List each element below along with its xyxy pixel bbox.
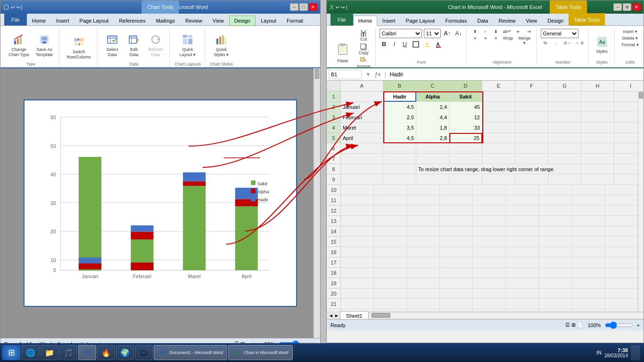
cell-f2[interactable] bbox=[515, 102, 548, 112]
cell-f16[interactable] bbox=[506, 247, 539, 257]
cell-c16[interactable] bbox=[407, 247, 440, 257]
row-header-8[interactable]: 8 bbox=[327, 164, 340, 174]
cell-b5[interactable]: 4,5 bbox=[383, 133, 416, 143]
cell-i7[interactable] bbox=[614, 154, 638, 164]
cell-f1[interactable] bbox=[515, 91, 548, 102]
col-header-d[interactable]: D bbox=[449, 81, 482, 91]
row-header-21[interactable]: 21 bbox=[327, 299, 340, 309]
cell-f4[interactable] bbox=[515, 123, 548, 133]
cell-a17[interactable] bbox=[341, 257, 374, 268]
cell-h10[interactable] bbox=[572, 185, 605, 195]
cell-h2[interactable] bbox=[581, 102, 614, 112]
cell-b20[interactable] bbox=[374, 288, 407, 299]
cell-a20[interactable] bbox=[341, 288, 374, 299]
cell-h18[interactable] bbox=[572, 268, 605, 278]
col-header-c[interactable]: C bbox=[416, 81, 449, 91]
cell-g21[interactable] bbox=[539, 299, 572, 309]
taskbar-word[interactable]: W bbox=[78, 345, 96, 360]
format-painter-btn[interactable]: Format Painter bbox=[355, 56, 372, 68]
cell-i4[interactable] bbox=[614, 123, 638, 133]
cell-e4[interactable] bbox=[482, 123, 515, 133]
cell-h17[interactable] bbox=[572, 257, 605, 268]
row-header-20[interactable]: 20 bbox=[327, 288, 340, 299]
cell-h7[interactable] bbox=[581, 154, 614, 164]
border-btn[interactable] bbox=[411, 40, 421, 49]
select-data-btn[interactable]: SelectData bbox=[102, 32, 122, 59]
fill-color-btn[interactable] bbox=[422, 40, 432, 49]
cell-e7[interactable] bbox=[482, 154, 515, 164]
excel-tab-file[interactable]: File bbox=[330, 13, 353, 25]
cell-d4[interactable]: 33 bbox=[449, 123, 482, 133]
increase-decimal-btn[interactable]: .0→ bbox=[561, 39, 573, 47]
cell-e18[interactable] bbox=[473, 268, 506, 278]
excel-zoom-slider[interactable] bbox=[605, 321, 633, 329]
cell-b6[interactable] bbox=[383, 143, 416, 154]
cell-b10[interactable] bbox=[374, 185, 407, 195]
taskbar-firefox[interactable]: 🔥 bbox=[97, 345, 115, 360]
cell-h15[interactable] bbox=[572, 237, 605, 247]
col-header-b[interactable]: B bbox=[383, 81, 416, 91]
word-close-btn[interactable]: ✕ bbox=[309, 3, 317, 11]
cell-h9[interactable] bbox=[581, 174, 614, 185]
cell-e22[interactable] bbox=[473, 309, 506, 312]
excel-minimize-btn[interactable]: ─ bbox=[613, 3, 622, 11]
cell-f21[interactable] bbox=[506, 299, 539, 309]
cell-g20[interactable] bbox=[539, 288, 572, 299]
cell-f11[interactable] bbox=[506, 195, 539, 206]
word-tab-home[interactable]: Home bbox=[27, 15, 51, 25]
excel-tab-table-tools[interactable]: Table Tools bbox=[569, 13, 605, 25]
cell-e21[interactable] bbox=[473, 299, 506, 309]
format-btn[interactable]: Format ▾ bbox=[619, 42, 642, 48]
word-tab-file[interactable]: File bbox=[4, 13, 27, 25]
row-header-12[interactable]: 12 bbox=[327, 206, 340, 216]
cell-b7[interactable] bbox=[383, 154, 416, 164]
cell-g5[interactable] bbox=[548, 133, 581, 143]
cell-d15[interactable] bbox=[440, 237, 473, 247]
cell-d20[interactable] bbox=[440, 288, 473, 299]
cell-f22[interactable] bbox=[506, 309, 539, 312]
cell-h14[interactable] bbox=[572, 226, 605, 237]
cell-h19[interactable] bbox=[572, 278, 605, 288]
quick-layout-btn[interactable]: QuickLayout ▾ bbox=[177, 32, 198, 59]
cell-a5[interactable]: April bbox=[341, 133, 383, 143]
cell-g17[interactable] bbox=[539, 257, 572, 268]
word-tab-mailings[interactable]: Mailings bbox=[151, 15, 180, 25]
cell-g3[interactable] bbox=[548, 112, 581, 123]
cell-f9[interactable] bbox=[515, 174, 548, 185]
align-top-btn[interactable]: ⬆ bbox=[471, 29, 480, 34]
cell-c15[interactable] bbox=[407, 237, 440, 247]
cell-a13[interactable] bbox=[341, 216, 374, 226]
taskbar-excel[interactable]: X Chart in Microsoft Word bbox=[228, 345, 292, 360]
cell-b8[interactable] bbox=[383, 164, 416, 174]
cell-f18[interactable] bbox=[506, 268, 539, 278]
cell-a10[interactable] bbox=[341, 185, 374, 195]
word-tab-references[interactable]: References bbox=[114, 15, 150, 25]
row-header-1[interactable]: 1 bbox=[327, 91, 340, 102]
cell-i11[interactable] bbox=[605, 195, 638, 206]
align-center-btn[interactable]: ≡ bbox=[481, 35, 490, 46]
indent-increase-btn[interactable]: ⇥ bbox=[524, 29, 534, 34]
cell-e8[interactable] bbox=[581, 164, 614, 174]
cell-c13[interactable] bbox=[407, 216, 440, 226]
cell-b9[interactable] bbox=[383, 174, 416, 185]
percent-btn[interactable]: % bbox=[541, 39, 550, 47]
cell-i12[interactable] bbox=[605, 206, 638, 216]
cell-b2[interactable]: 4,5 bbox=[383, 102, 416, 112]
word-tab-view[interactable]: View bbox=[207, 15, 229, 25]
row-header-15[interactable]: 15 bbox=[327, 237, 340, 247]
cell-i22[interactable] bbox=[605, 309, 638, 312]
font-family-select[interactable]: Calibri bbox=[380, 29, 422, 38]
cell-i14[interactable] bbox=[605, 226, 638, 237]
cell-b1[interactable]: Hadir bbox=[383, 91, 416, 102]
cell-g9[interactable] bbox=[548, 174, 581, 185]
word-tab-design[interactable]: Design bbox=[229, 16, 256, 26]
cut-btn[interactable]: Cut bbox=[355, 29, 372, 42]
change-chart-type-btn[interactable]: ChangeChart Type bbox=[6, 32, 32, 59]
cell-b16[interactable] bbox=[374, 247, 407, 257]
cell-i1[interactable] bbox=[614, 91, 638, 102]
col-header-a[interactable]: A bbox=[341, 81, 383, 91]
paste-btn[interactable]: Paste bbox=[331, 38, 354, 65]
cell-a12[interactable] bbox=[341, 206, 374, 216]
row-header-6[interactable]: 6 bbox=[327, 143, 340, 154]
cell-c5[interactable]: 2,8 bbox=[416, 133, 449, 143]
